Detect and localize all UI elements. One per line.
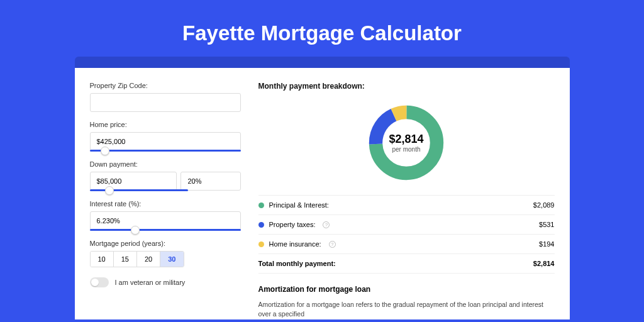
veteran-row: I am veteran or military: [90, 277, 241, 287]
legend-value-2: $194: [539, 240, 554, 248]
legend-dot-2: [258, 242, 264, 247]
breakdown-heading: Monthly payment breakdown:: [258, 82, 555, 91]
calculator-card: Property Zip Code: Home price: Down paym…: [75, 68, 570, 319]
period-option-30[interactable]: 30: [160, 252, 183, 267]
rate-label: Interest rate (%):: [90, 200, 241, 208]
legend-dot-1: [258, 222, 264, 228]
amortization-section: Amortization for mortgage loan Amortizat…: [258, 285, 555, 318]
rate-row: Interest rate (%):: [90, 200, 241, 231]
form-column: Property Zip Code: Home price: Down paym…: [90, 82, 241, 319]
legend-total-value: $2,814: [533, 260, 555, 267]
period-row: Mortgage period (years): 10152030: [90, 240, 241, 267]
donut-center: $2,814 per month: [389, 133, 423, 153]
price-input[interactable]: [90, 132, 241, 151]
legend-label-1: Property taxes:: [269, 221, 316, 228]
zip-input[interactable]: [90, 93, 241, 112]
legend-value-1: $531: [539, 221, 554, 228]
legend-total-row: Total monthly payment:$2,814: [258, 254, 555, 274]
down-slider[interactable]: [90, 189, 188, 191]
price-slider[interactable]: [90, 150, 241, 152]
down-amount-input[interactable]: [90, 172, 177, 191]
donut-sub: per month: [389, 146, 423, 153]
period-option-10[interactable]: 10: [91, 252, 114, 267]
legend-row-2: Home insurance:?$194: [258, 235, 555, 254]
rate-slider-thumb[interactable]: [131, 226, 140, 235]
period-label: Mortgage period (years):: [90, 240, 241, 247]
amortization-heading: Amortization for mortgage loan: [258, 285, 555, 294]
down-slider-thumb[interactable]: [105, 186, 114, 195]
zip-label: Property Zip Code:: [90, 82, 241, 89]
rate-slider[interactable]: [90, 229, 241, 231]
legend-label-0: Principal & Interest:: [269, 201, 329, 209]
period-group: 10152030: [90, 251, 184, 267]
period-option-20[interactable]: 20: [137, 252, 160, 267]
card-accent: [75, 57, 570, 68]
donut-amount: $2,814: [389, 133, 423, 146]
veteran-label: I am veteran or military: [115, 279, 186, 286]
legend: Principal & Interest:$2,089Property taxe…: [258, 195, 555, 274]
veteran-toggle[interactable]: [90, 277, 109, 287]
zip-row: Property Zip Code:: [90, 82, 241, 112]
legend-row-0: Principal & Interest:$2,089: [258, 196, 555, 215]
down-label: Down payment:: [90, 160, 241, 168]
amortization-body: Amortization for a mortgage loan refers …: [258, 300, 555, 318]
down-pct-input[interactable]: [180, 172, 240, 191]
down-row: Down payment:: [90, 160, 241, 191]
breakdown-column: Monthly payment breakdown: $2,814 per mo…: [241, 82, 555, 319]
price-row: Home price:: [90, 121, 241, 152]
legend-total-label: Total monthly payment:: [258, 260, 336, 267]
rate-input[interactable]: [90, 211, 241, 230]
page-title: Fayette Mortgage Calculator: [0, 0, 644, 57]
price-slider-thumb[interactable]: [101, 147, 109, 155]
help-icon[interactable]: ?: [329, 241, 336, 248]
legend-row-1: Property taxes:?$531: [258, 215, 555, 235]
legend-value-0: $2,089: [533, 201, 555, 209]
legend-label-2: Home insurance:: [269, 240, 321, 248]
price-label: Home price:: [90, 121, 241, 128]
help-icon[interactable]: ?: [323, 221, 330, 228]
donut-chart: $2,814 per month: [258, 98, 555, 187]
legend-dot-0: [258, 203, 264, 208]
period-option-15[interactable]: 15: [114, 252, 137, 267]
